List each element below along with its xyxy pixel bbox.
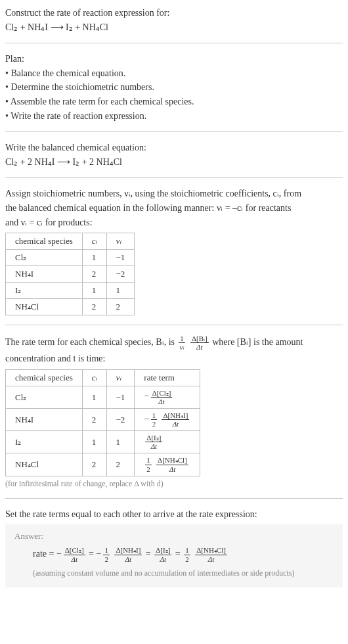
- divider: [5, 43, 343, 43]
- cell-species: NH₄Cl: [6, 299, 83, 315]
- numerator: 1: [145, 456, 152, 465]
- plan-section: Plan: • Balance the chemical equation. •…: [5, 53, 343, 122]
- denominator: Δt: [145, 442, 162, 450]
- balanced-equation: Cl₂ + 2 NH₄I ⟶ I₂ + 2 NH₄Cl: [5, 156, 343, 169]
- fraction-half: 1 2: [184, 546, 190, 563]
- rate-label: rate =: [33, 549, 56, 559]
- table-row: Cl₂ 1 −1: [6, 250, 135, 266]
- header-species: chemical species: [6, 369, 83, 386]
- final-section: Set the rate terms equal to each other t…: [5, 508, 343, 587]
- rate-term-table: chemical species cᵢ νᵢ rate term Cl₂ 1 −…: [5, 369, 200, 476]
- cell-ci: 2: [82, 409, 106, 431]
- fraction: Δ[Bᵢ] Δt: [190, 334, 209, 351]
- fraction: Δ[NH₄Cl] Δt: [156, 456, 188, 472]
- rate-expression: rate = − Δ[Cl₂] Δt = − 1 2 Δ[NH₄I] Δt = …: [33, 544, 334, 564]
- numerator: Δ[Cl₂]: [151, 389, 173, 398]
- numerator: 1: [179, 334, 186, 343]
- infinitesimal-note: (for infinitesimal rate of change, repla…: [5, 479, 343, 489]
- cell-species: Cl₂: [6, 386, 83, 408]
- fraction: Δ[NH₄I] Δt: [114, 546, 142, 563]
- table-row: NH₄I 2 −2: [6, 266, 135, 283]
- cell-nui: −1: [106, 386, 135, 408]
- fraction-half: 1 2: [145, 456, 152, 472]
- text: where [Bᵢ] is the amount: [212, 337, 303, 347]
- divider: [5, 177, 343, 178]
- text: The rate term for each chemical species,…: [5, 337, 177, 347]
- rate-term-intro-line2: concentration and t is time:: [5, 352, 343, 365]
- cell-nui: −2: [106, 409, 135, 431]
- table-row: I₂ 1 1 Δ[I₂] Δt: [6, 431, 200, 453]
- fraction: 1 νᵢ: [179, 334, 186, 351]
- plan-title: Plan:: [5, 53, 343, 66]
- divider: [5, 325, 343, 325]
- problem-equation: Cl₂ + NH₄I ⟶ I₂ + NH₄Cl: [5, 21, 343, 34]
- cell-nui: 2: [106, 453, 135, 476]
- denominator: νᵢ: [179, 343, 186, 351]
- divider: [5, 498, 343, 499]
- table-row: NH₄Cl 2 2: [6, 299, 135, 315]
- stoich-header-nui: νᵢ: [106, 233, 135, 250]
- stoichiometric-table: chemical species cᵢ νᵢ Cl₂ 1 −1 NH₄I 2 −…: [5, 233, 135, 315]
- final-title: Set the rate terms equal to each other t…: [5, 508, 343, 521]
- cell-ci: 2: [82, 453, 106, 476]
- cell-ci: 1: [82, 250, 106, 266]
- equals: =: [146, 549, 153, 559]
- fraction-half: 1 2: [151, 411, 158, 428]
- fraction: Δ[Cl₂] Δt: [64, 546, 85, 563]
- cell-nui: −2: [106, 266, 135, 283]
- numerator: Δ[Bᵢ]: [190, 334, 209, 343]
- cell-species: Cl₂: [6, 250, 83, 266]
- cell-species: NH₄Cl: [6, 453, 83, 476]
- numerator: Δ[I₂]: [145, 434, 162, 442]
- rate-term-section: The rate term for each chemical species,…: [5, 334, 343, 489]
- minus-sign: −: [144, 414, 148, 424]
- table-row: NH₄I 2 −2 − 1 2 Δ[NH₄I] Δt: [6, 409, 200, 431]
- numerator: 1: [184, 546, 190, 555]
- cell-rate-term: − Δ[Cl₂] Δt: [135, 386, 200, 408]
- cell-ci: 2: [82, 266, 106, 283]
- denominator: Δt: [162, 420, 189, 428]
- assumption-note: (assuming constant volume and no accumul…: [33, 568, 334, 578]
- answer-box: Answer: rate = − Δ[Cl₂] Δt = − 1 2 Δ[NH₄…: [5, 524, 343, 587]
- cell-rate-term: − 1 2 Δ[NH₄I] Δt: [135, 409, 200, 431]
- fraction: Δ[I₂] Δt: [145, 434, 162, 450]
- numerator: Δ[I₂]: [154, 546, 171, 555]
- cell-species: I₂: [6, 431, 83, 453]
- denominator: Δt: [190, 343, 209, 351]
- stoich-intro-line1: Assign stoichiometric numbers, νᵢ, using…: [5, 187, 343, 200]
- denominator: Δt: [114, 555, 142, 563]
- numerator: Δ[NH₄I]: [162, 411, 189, 420]
- fraction: Δ[NH₄I] Δt: [162, 411, 189, 428]
- table-row: NH₄Cl 2 2 1 2 Δ[NH₄Cl] Δt: [6, 453, 200, 476]
- table-row: Cl₂ 1 −1 − Δ[Cl₂] Δt: [6, 386, 200, 408]
- fraction-half: 1 2: [103, 546, 110, 563]
- balanced-title: Write the balanced chemical equation:: [5, 141, 343, 154]
- numerator: 1: [103, 546, 110, 555]
- header-nui: νᵢ: [106, 369, 135, 386]
- balanced-equation-section: Write the balanced chemical equation: Cl…: [5, 141, 343, 168]
- header-rate-term: rate term: [135, 369, 200, 386]
- cell-ci: 1: [82, 386, 106, 408]
- denominator: 2: [145, 465, 152, 473]
- denominator: 2: [103, 555, 110, 563]
- cell-nui: −1: [106, 250, 135, 266]
- plan-step-4: • Write the rate of reaction expression.: [5, 110, 343, 123]
- denominator: Δt: [154, 555, 171, 563]
- cell-nui: 1: [106, 283, 135, 299]
- cell-nui: 1: [106, 431, 135, 453]
- numerator: 1: [151, 411, 158, 420]
- cell-ci: 2: [82, 299, 106, 315]
- plan-step-1: • Balance the chemical equation.: [5, 67, 343, 80]
- cell-ci: 1: [82, 431, 106, 453]
- denominator: Δt: [156, 465, 188, 473]
- denominator: Δt: [195, 555, 227, 563]
- cell-rate-term: Δ[I₂] Δt: [135, 431, 200, 453]
- fraction: Δ[I₂] Δt: [154, 546, 171, 563]
- header-ci: cᵢ: [82, 369, 106, 386]
- denominator: Δt: [151, 398, 173, 405]
- cell-rate-term: 1 2 Δ[NH₄Cl] Δt: [135, 453, 200, 476]
- cell-species: NH₄I: [6, 409, 83, 431]
- denominator: 2: [184, 555, 190, 563]
- cell-nui: 2: [106, 299, 135, 315]
- plan-step-3: • Assemble the rate term for each chemic…: [5, 95, 343, 108]
